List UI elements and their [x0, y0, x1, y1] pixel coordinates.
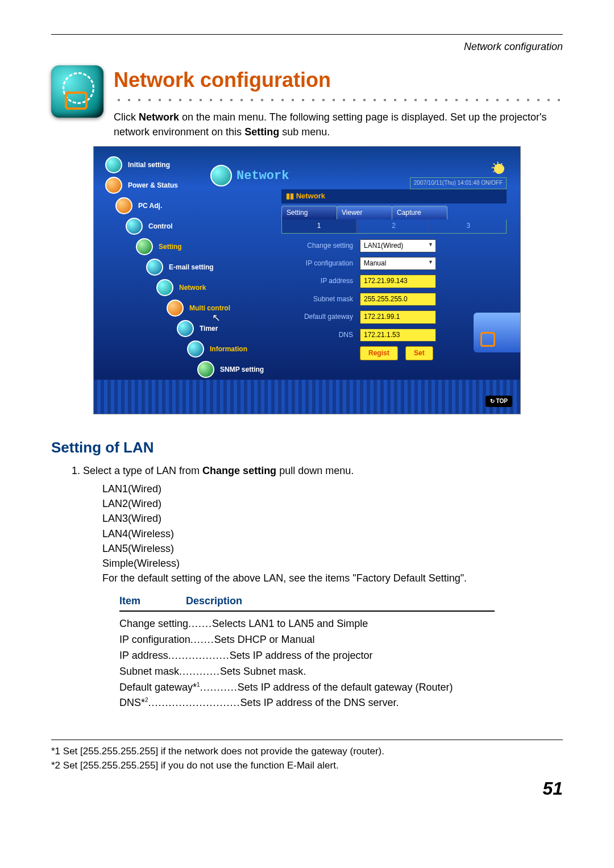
- multi-icon: [167, 300, 184, 317]
- network-icon: [156, 279, 173, 296]
- network-icon: [210, 165, 232, 186]
- sidebar-item-label: Power & Status: [128, 181, 178, 190]
- sidebar-item-snmp-setting[interactable]: SNMP setting: [197, 359, 281, 380]
- power-icon: [105, 177, 122, 194]
- default-note: For the default setting of the above LAN…: [102, 571, 563, 585]
- control-icon: [126, 218, 143, 235]
- lan-option: LAN2(Wired): [102, 496, 563, 511]
- lan-option: LAN5(Wireless): [102, 541, 563, 556]
- page-title: Network configuration: [114, 65, 563, 95]
- snmp-icon: [197, 361, 214, 378]
- sidebar-item-email-setting[interactable]: E-mail setting: [146, 257, 281, 277]
- sun-icon: [489, 159, 509, 178]
- lan-option: LAN1(Wired): [102, 481, 563, 496]
- monitor-icon: [115, 197, 132, 214]
- table-head-description: Description: [186, 593, 242, 608]
- set-button[interactable]: Set: [405, 346, 433, 360]
- sidebar-item-label: PC Adj.: [138, 201, 162, 211]
- subtab-2[interactable]: 2: [356, 219, 431, 232]
- label-dns: DNS: [281, 326, 356, 344]
- top-button[interactable]: TOP: [486, 396, 512, 408]
- subtab-3[interactable]: 3: [432, 219, 506, 232]
- table-row: Change setting.......Selects LAN1 to LAN…: [119, 616, 495, 632]
- table-row: Subnet mask............Sets Subnet mask.: [119, 664, 495, 680]
- footnote-2: *2 Set [255.255.255.255] if you do not u…: [51, 759, 563, 773]
- info-icon: [187, 340, 204, 358]
- network-section-icon: [51, 65, 103, 118]
- section-heading: Setting of LAN: [51, 437, 563, 459]
- tab-capture[interactable]: Capture: [392, 206, 447, 219]
- sidebar-item-control[interactable]: Control: [126, 216, 281, 236]
- timer-icon: [177, 320, 194, 337]
- table-row: Default gateway*1...........Sets IP addr…: [119, 680, 495, 696]
- dns-input[interactable]: 172.21.1.53: [360, 329, 436, 342]
- label-subnet: Subnet mask: [281, 290, 356, 308]
- lan-options-list: LAN1(Wired)LAN2(Wired)LAN3(Wired)LAN4(Wi…: [102, 481, 563, 571]
- footnote-1: *1 Set [255.255.255.255] if the network …: [51, 745, 563, 759]
- tab-row: Setting Viewer Capture: [281, 206, 507, 219]
- panel-title: ▮▮ Network: [281, 189, 507, 203]
- sidebar-item-label: SNMP setting: [220, 365, 264, 375]
- ip-address-input[interactable]: 172.21.99.143: [360, 275, 436, 288]
- sidebar-item-label: Initial setting: [128, 160, 170, 170]
- lan-option: Simple(Wireless): [102, 556, 563, 571]
- sidebar-item-label: Control: [148, 222, 173, 231]
- sidebar-item-label: E-mail setting: [169, 263, 214, 272]
- intro-paragraph: Click Network on the main menu. The foll…: [114, 110, 563, 139]
- regist-button[interactable]: Regist: [360, 346, 398, 360]
- tab-setting[interactable]: Setting: [281, 206, 337, 219]
- lan-option: LAN3(Wired): [102, 511, 563, 526]
- sidebar-item-timer[interactable]: Timer: [177, 318, 281, 339]
- sidebar-item-label: Multi control: [189, 304, 230, 313]
- sidebar-item-label: Network: [179, 283, 206, 293]
- sidebar-item-label: Setting: [159, 242, 182, 252]
- sidebar-item-information[interactable]: Information: [187, 339, 281, 359]
- table-row: DNS*2...........................Sets IP …: [119, 695, 495, 711]
- tab-viewer[interactable]: Viewer: [337, 206, 392, 219]
- label-ip-config: IP configuration: [281, 255, 356, 272]
- sidebar-item-label: Information: [210, 344, 247, 354]
- subnet-input[interactable]: 255.255.255.0: [360, 293, 436, 306]
- network-header-badge: Network: [210, 165, 289, 186]
- sidebar: Initial setting Power & Status PC Adj. C…: [94, 147, 281, 380]
- preview-thumbnail: [474, 313, 521, 352]
- gear-icon: [105, 156, 122, 173]
- table-row: IP address..................Sets IP addr…: [119, 648, 495, 664]
- embedded-ui-screenshot: Initial setting Power & Status PC Adj. C…: [93, 146, 521, 414]
- table-row: IP configuration.......Sets DHCP or Manu…: [119, 632, 495, 648]
- subtab-row: 1 2 3: [281, 219, 507, 233]
- item-description-table: Item Description Change setting.......Se…: [119, 593, 495, 711]
- sidebar-item-setting[interactable]: Setting: [136, 236, 281, 257]
- sidebar-item-pc-adj[interactable]: PC Adj.: [115, 196, 281, 216]
- label-change-setting: Change setting: [281, 237, 356, 255]
- subtab-1[interactable]: 1: [282, 219, 356, 232]
- mail-icon: [146, 259, 163, 276]
- sidebar-item-multi-control[interactable]: Multi control: [167, 298, 281, 318]
- label-ip-address: IP address: [281, 272, 356, 290]
- sidebar-item-network[interactable]: Network: [156, 277, 281, 298]
- change-setting-dropdown[interactable]: LAN1(Wired): [360, 239, 436, 252]
- decorative-dots: [114, 98, 563, 102]
- gateway-input[interactable]: 172.21.99.1: [360, 310, 436, 323]
- page-number: 51: [51, 775, 563, 801]
- step-1: 1. Select a type of LAN from Change sett…: [72, 463, 563, 478]
- ip-config-dropdown[interactable]: Manual: [360, 257, 436, 270]
- cursor-icon: ↖: [212, 310, 221, 325]
- label-gateway: Default gateway: [281, 308, 356, 326]
- wrench-icon: [136, 238, 153, 255]
- running-header: Network configuration: [51, 39, 563, 54]
- lan-option: LAN4(Wireless): [102, 526, 563, 541]
- table-head-item: Item: [119, 593, 140, 608]
